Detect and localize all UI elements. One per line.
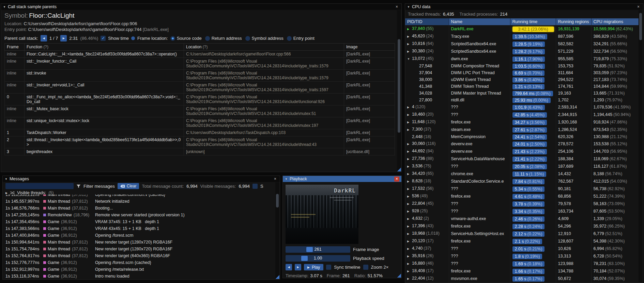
next-callstack-button[interactable]: ▶ [60, 35, 67, 41]
message-row[interactable]: 1s 147,400,846ns Game (36,912) Opening /… [3, 232, 275, 239]
frame-location-radio[interactable]: Return address [205, 36, 242, 41]
sync-timeline-checkbox[interactable] [326, 265, 331, 270]
frame-slider[interactable]: 261 [286, 246, 350, 253]
frame-function[interactable]: std::thread::_Invoke<std::tuple<<lambda_… [25, 136, 184, 148]
cpu-titlebar[interactable]: ▼ CPU data × [405, 4, 643, 10]
callstack-frame-row[interactable]: inline std::_Mutex_base::lock C:\Program… [5, 105, 395, 117]
message-filter-input[interactable] [5, 183, 74, 189]
message-list[interactable]: 1s 128,355,212ns Main thread (37,812) Op… [3, 195, 275, 279]
cpu-process-row[interactable]: ▶928(25) ??? 3.34 s(0.35%) 163,734 87,60… [405, 207, 639, 215]
zoom-checkbox[interactable] [363, 265, 368, 270]
message-row[interactable]: 1s 145,557,997ns Main thread (37,812) Ne… [3, 198, 275, 205]
message-row[interactable]: 1s 146,576,766ns Main thread (37,812) Bo… [3, 205, 275, 212]
playback-speed-slider[interactable]: 1.00 [286, 255, 350, 262]
column-running-regions[interactable]: Running regions [556, 18, 591, 25]
callstack-frame-row[interactable]: inline std::_Invoker_ret<void,1>::_Call … [5, 82, 395, 94]
expand-icon[interactable]: ▶ [407, 186, 412, 193]
message-row[interactable]: 1s 128,355,212ns Main thread (37,812) Op… [3, 195, 275, 198]
cpu-process-row[interactable]: ▶3,536(75) ??? 20.05 s(2.08%) 187,689 11… [405, 163, 639, 170]
callstack-titlebar[interactable]: ▼ Call stack sample parents × [1, 4, 401, 10]
cpu-process-row[interactable]: ▶30,060(116) devenv.exe 24.01 s(2.50%) 2… [405, 140, 639, 148]
close-icon[interactable]: × [394, 4, 399, 10]
scrollbar[interactable] [639, 10, 643, 282]
cpu-process-row[interactable]: 27,548 DWM Compositor Thread 1:03.5(6.60… [405, 63, 639, 69]
cpu-process-row[interactable]: ▶17,532(56) ??? 5.34 s(0.55%) 90,181 56,… [405, 185, 639, 193]
callstack-frame-row[interactable]: 3 beginthreadex [unknown] [ucrtbase.dll] [5, 148, 395, 155]
expand-icon[interactable]: ▶ [407, 253, 412, 260]
message-row[interactable]: 1s 150,994,641ns Main thread (37,812) Ne… [3, 239, 275, 246]
close-icon[interactable]: × [394, 177, 399, 182]
expand-icon[interactable]: ▶ [407, 208, 412, 215]
cpu-process-row[interactable]: ▶7,300(37) steam.exe 27.61 s(2.87%) 1,28… [405, 126, 639, 133]
cpu-process-row[interactable]: ▶27,736(88) ServiceHub.DataWarehouse 21.… [405, 155, 639, 163]
close-icon[interactable]: × [636, 4, 641, 10]
cpu-process-row[interactable]: ▶4,632(2) vmware-authd.exe 2.46 s(0.26%)… [405, 215, 639, 222]
playback-titlebar[interactable]: ▼ Playback × [283, 176, 401, 182]
expand-icon[interactable]: ▶ [407, 41, 412, 48]
cpu-process-row[interactable]: ▶34,420(65) chrome.exe 11.11 s(1.15%) 14… [405, 170, 639, 178]
callstack-frame-row[interactable]: 1 TaskDispatch::Worker C:\Users\wolf\Des… [5, 129, 395, 136]
cpu-process-row[interactable]: ▶4(120) ??? 1:01.9(6.43%) 2,593,314 1,07… [405, 103, 639, 111]
play-button[interactable]: ▶ Play [304, 264, 323, 270]
column-running-time[interactable]: Running time [510, 18, 556, 25]
cpu-process-row[interactable]: 38,000 uDWM Event Thread 3.86 s(0.40%) 2… [405, 76, 639, 83]
callstack-frame-row[interactable]: inline std::unique_lock<std::mutex>::loc… [5, 117, 395, 129]
cpu-process-row[interactable]: 37,904 DWM LPC Port Thread 6.69 s(0.70%)… [405, 69, 639, 76]
resize-grip[interactable] [397, 167, 401, 171]
expand-icon[interactable]: ▶ [407, 163, 412, 170]
next-frame-button[interactable]: ▶ [295, 264, 301, 270]
expand-icon[interactable]: ▶ [407, 148, 412, 155]
expand-icon[interactable]: ▶ [407, 127, 412, 133]
scrollbar-thumb[interactable] [639, 13, 642, 40]
prev-callstack-button[interactable]: ◀ [41, 35, 47, 41]
expand-icon[interactable]: ▶ [407, 104, 412, 111]
frame-function[interactable]: std::_Invoker_ret<void,1>::_Call [25, 82, 184, 94]
expand-icon[interactable]: ▶ [407, 276, 412, 282]
message-row[interactable]: 1s 153,116,374ns Game (36,912) Intro men… [3, 273, 275, 279]
message-row[interactable]: 1s 151,754,784ns Main thread (37,812) Ne… [3, 246, 275, 252]
expand-icon[interactable]: ▶ [407, 201, 412, 207]
show-time-checkbox[interactable]: ✓ [101, 36, 106, 41]
scrollbar-thumb[interactable] [276, 194, 279, 207]
callstack-frame-row[interactable]: inline Floor::CalcLight::__l4::<lambda_5… [5, 51, 395, 58]
expand-icon[interactable]: ▶ [407, 261, 412, 267]
expand-icon[interactable]: ▶ [407, 216, 412, 222]
cpu-process-row[interactable]: ▶22,404(12) msvsmon.exe 1.65 s(0.17%) 50… [405, 275, 639, 282]
frame-function[interactable]: std::_Mutex_base::lock [25, 105, 184, 117]
message-row[interactable]: 1s 152,776,777ns Game (36,912) Opening /… [3, 259, 275, 266]
cpu-process-row[interactable]: 41,348 DWM Token Thread 1.21 s(0.13%) 17… [405, 83, 639, 90]
cpu-process-row[interactable]: ▶37,840(55) DarkRL.exe 3:42.1(23.06%) 16… [405, 25, 639, 33]
frame-function[interactable]: std::_Invoker_functor::_Call [25, 58, 184, 70]
expand-icon[interactable]: ▶ [407, 33, 412, 40]
message-row[interactable]: 1s 147,354,456ns Game (36,912) VRAM 37x4… [3, 218, 275, 225]
message-row[interactable]: 1s 147,255,145ns RemoteView (18,796) Rem… [3, 212, 275, 218]
scrollbar[interactable] [275, 182, 279, 279]
cpu-process-row[interactable]: ▶18,460(20) ??? 42.85 s(4.45%) 2,344,915… [405, 111, 639, 118]
collapse-icon[interactable]: ▼ [5, 178, 7, 181]
cpu-process-row[interactable]: 34,028 DWM Master Input Thread 799.64 ms… [405, 90, 639, 97]
expand-icon[interactable]: ▶ [407, 48, 412, 55]
cpu-process-row[interactable]: ▼13,072(45) dwm.exe 1:16.1(7.90%) 955,58… [405, 55, 639, 63]
expand-icon[interactable]: ▶ [407, 119, 412, 126]
expand-icon[interactable]: ▶ [407, 178, 412, 185]
cpu-process-row[interactable]: ▶17,396(43) firefox.exe 2.28 s(0.24%) 54… [405, 222, 639, 230]
scrollbar-thumb[interactable] [398, 39, 400, 133]
column-cpu-migrations[interactable]: CPU migrations [591, 18, 639, 25]
expand-icon[interactable]: ▶ [407, 246, 412, 252]
expand-icon[interactable]: ▶ [407, 231, 412, 237]
cpu-process-row[interactable]: ▶45,620(24) Tracy.exe 1:39.5(10.34%) 887… [405, 33, 639, 40]
frame-function[interactable]: std::invoke [25, 70, 184, 82]
scrollbar[interactable] [397, 10, 401, 171]
cpu-process-row[interactable]: ▶4,740(37) ??? 2.01 s(0.21%) 10,626 6,99… [405, 245, 639, 252]
expand-icon[interactable]: ▶ [407, 193, 412, 200]
frame-function[interactable]: std::unique_lock<std::mutex>::lock [25, 117, 184, 129]
cpu-process-row[interactable]: ▶22,804(45) ??? 3.78 s(0.39%) 79,578 58,… [405, 200, 639, 207]
callstack-frame-row[interactable]: 0 std::_Func_impl_no_alloc<<lambda_5bc22… [5, 94, 395, 105]
expand-icon[interactable]: ▶ [407, 141, 412, 148]
message-row[interactable]: 1s 152,764,817ns Main thread (37,812) Ne… [3, 252, 275, 259]
close-icon[interactable]: × [273, 177, 278, 182]
frame-function[interactable]: TaskDispatch::Worker [25, 129, 184, 136]
cpu-process-row[interactable]: ▶18,408(17) firefox.exe 1.66 s(0.17%) 13… [405, 267, 639, 275]
collapse-icon[interactable]: ▼ [407, 5, 410, 9]
frame-location-radio[interactable]: Symbol address [245, 36, 283, 41]
